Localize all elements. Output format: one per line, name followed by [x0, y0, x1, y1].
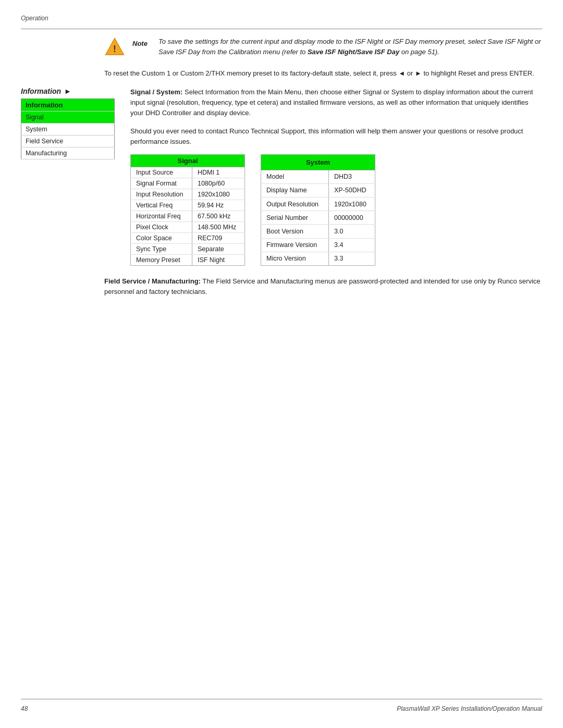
cell-label: Color Space [131, 232, 192, 243]
table-row: Display Name XP-50DHD [261, 183, 375, 197]
table-row: Horizontal Freq 67.500 kHz [131, 211, 245, 221]
cell-value: 00000000 [329, 211, 375, 225]
page-number: 48 [21, 705, 28, 712]
cell-label: Vertical Freq [131, 200, 192, 211]
table-row: Pixel Clock 148.500 MHz [131, 221, 245, 232]
table-row: Micro Version 3.3 [261, 252, 375, 265]
cell-value: 3.4 [329, 238, 375, 252]
cell-value: 1080p/60 [192, 178, 244, 189]
svg-text:!: ! [113, 44, 116, 54]
cell-label: Display Name [261, 183, 329, 197]
menu-item-fieldservice[interactable]: Field Service [21, 135, 115, 147]
cell-value: Separate [192, 243, 244, 254]
cell-label: Horizontal Freq [131, 211, 192, 221]
table-row: Serial Number 00000000 [261, 211, 375, 225]
main-content: ! Note To save the settings for the curr… [21, 36, 542, 297]
table-row: Output Resolution 1920x1080 [261, 198, 375, 211]
cell-label: Input Resolution [131, 189, 192, 200]
information-section: Information ► Information Signal System … [21, 87, 542, 266]
note-text-after: on page 51). [399, 48, 439, 56]
menu-signal-row[interactable]: Signal [21, 112, 115, 124]
cell-value: REC709 [192, 232, 244, 243]
cell-value: 1920x1080 [192, 189, 244, 200]
signal-table: Signal Input Source HDMI 1 Signal Format… [130, 154, 245, 266]
cell-value: 67.500 kHz [192, 211, 244, 221]
header-section: Operation [21, 15, 48, 22]
cell-value: DHD3 [329, 170, 375, 183]
cell-value: XP-50DHD [329, 183, 375, 197]
cell-label: Model [261, 170, 329, 183]
field-service-label: Field Service / Manufacturing: [104, 277, 201, 285]
footer-rule [21, 699, 542, 699]
cell-value: HDMI 1 [192, 167, 244, 178]
menu-system-row[interactable]: System [21, 124, 115, 135]
table-row: Input Source HDMI 1 [131, 167, 245, 178]
cell-value: 1920x1080 [329, 198, 375, 211]
system-header-cell: System [261, 154, 375, 170]
table-row: Input Resolution 1920x1080 [131, 189, 245, 200]
table-row: Firmware Version 3.4 [261, 238, 375, 252]
menu-header-row: Information [21, 99, 115, 112]
sidebar: Information ► Information Signal System … [21, 87, 130, 266]
footer-title: PlasmaWall XP Series Installation/Operat… [397, 705, 542, 712]
menu-manufacturing-row[interactable]: Manufacturing [21, 147, 115, 159]
note-section: ! Note To save the settings for the curr… [104, 36, 542, 59]
cell-value: 3.0 [329, 225, 375, 238]
note-label-text: Note [132, 40, 151, 47]
info-menu: Information Signal System Field Service … [21, 98, 115, 159]
system-table: System Model DHD3 Display Name XP-50DHD … [261, 154, 375, 266]
sidebar-arrow-icon: ► [64, 87, 71, 95]
note-bold: Save ISF Night/Save ISF Day [308, 48, 399, 56]
cell-label: Boot Version [261, 225, 329, 238]
table-row: Signal Format 1080p/60 [131, 178, 245, 189]
signal-table-header: Signal [131, 154, 245, 167]
support-text: Should you ever need to contact Runco Te… [130, 126, 542, 147]
information-text: Information [21, 87, 61, 95]
top-rule [21, 29, 542, 29]
field-service-section: Field Service / Manufacturing: The Field… [104, 276, 542, 297]
cell-label: Memory Preset [131, 254, 192, 265]
signal-system-text: Select Information from the Main Menu, t… [130, 88, 533, 117]
menu-fieldservice-row[interactable]: Field Service [21, 135, 115, 147]
system-table-header: System [261, 154, 375, 170]
menu-item-signal[interactable]: Signal [21, 112, 115, 124]
cell-value: ISF Night [192, 254, 244, 265]
information-label: Information ► [21, 87, 120, 95]
content-col: Signal / System: Select Information from… [130, 87, 542, 266]
signal-system-label: Signal / System: [130, 88, 182, 96]
tables-row: Signal Input Source HDMI 1 Signal Format… [130, 154, 542, 266]
footer: 48 PlasmaWall XP Series Installation/Ope… [21, 705, 542, 712]
cell-value: 59.94 Hz [192, 200, 244, 211]
page: Operation ! Note To save the settings fo… [0, 0, 563, 728]
menu-item-manufacturing[interactable]: Manufacturing [21, 147, 115, 159]
note-icon: ! [104, 36, 125, 59]
cell-value: 148.500 MHz [192, 221, 244, 232]
header-text: Operation [21, 15, 48, 22]
cell-label: Serial Number [261, 211, 329, 225]
table-row: Vertical Freq 59.94 Hz [131, 200, 245, 211]
cell-label: Signal Format [131, 178, 192, 189]
cell-value: 3.3 [329, 252, 375, 265]
signal-header-cell: Signal [131, 154, 245, 167]
cell-label: Input Source [131, 167, 192, 178]
menu-item-system[interactable]: System [21, 124, 115, 135]
cell-label: Micro Version [261, 252, 329, 265]
table-row: Model DHD3 [261, 170, 375, 183]
cell-label: Pixel Clock [131, 221, 192, 232]
reset-text: To reset the Custom 1 or Custom 2/THX me… [104, 69, 534, 77]
cell-label: Sync Type [131, 243, 192, 254]
signal-system-description: Signal / System: Select Information from… [130, 87, 542, 118]
menu-header-cell: Information [21, 99, 115, 112]
table-row: Sync Type Separate [131, 243, 245, 254]
table-row: Color Space REC709 [131, 232, 245, 243]
note-content: To save the settings for the current inp… [158, 36, 542, 57]
reset-paragraph: To reset the Custom 1 or Custom 2/THX me… [104, 68, 542, 79]
cell-label: Output Resolution [261, 198, 329, 211]
table-row: Boot Version 3.0 [261, 225, 375, 238]
cell-label: Firmware Version [261, 238, 329, 252]
table-row: Memory Preset ISF Night [131, 254, 245, 265]
